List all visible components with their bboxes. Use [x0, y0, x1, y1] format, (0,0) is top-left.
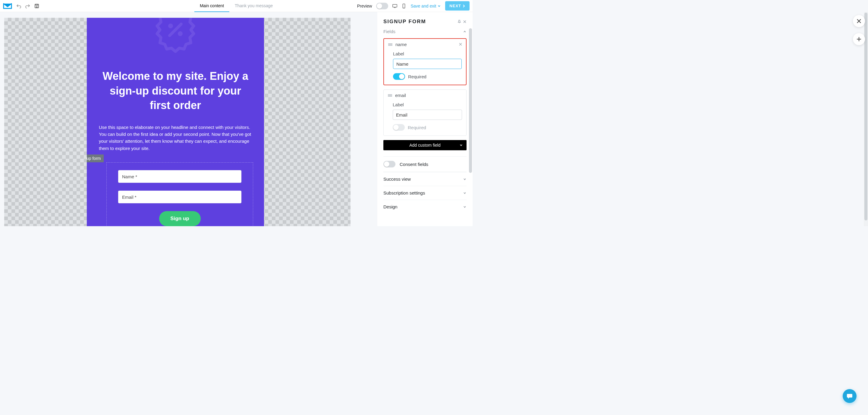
panel-body: Fields name Label Required	[377, 27, 472, 226]
preview-label: Preview	[357, 4, 372, 8]
email-field[interactable]	[118, 191, 241, 203]
field-email-key: email	[395, 93, 406, 98]
preview-toggle[interactable]	[376, 3, 388, 9]
chevron-down-icon	[459, 143, 463, 147]
chevron-down-icon	[463, 205, 467, 209]
field-name-required-row: Required	[393, 73, 462, 80]
workspace: Welcome to my site. Enjoy a sign-up disc…	[0, 12, 472, 226]
close-panel-icon[interactable]	[463, 20, 467, 24]
svg-point-7	[168, 24, 173, 28]
field-email-required-toggle[interactable]	[393, 124, 405, 131]
field-name-required-toggle[interactable]	[393, 73, 405, 80]
save-icon[interactable]	[34, 4, 39, 8]
svg-point-2	[36, 6, 37, 7]
consent-toggle[interactable]	[383, 161, 396, 167]
signup-form-tag: Signup form	[87, 154, 104, 162]
success-view-label: Success view	[383, 176, 411, 182]
field-name-required-label: Required	[408, 74, 427, 79]
save-and-exit-button[interactable]: Save and exit	[410, 4, 441, 8]
field-name-key: name	[396, 42, 407, 47]
signup-form-block[interactable]: Sign up	[106, 162, 253, 226]
settings-panel: SIGNUP FORM Fields name	[377, 12, 472, 226]
pin-icon[interactable]	[458, 20, 461, 24]
undo-icon[interactable]	[16, 4, 21, 8]
app-logo-icon[interactable]	[3, 3, 12, 9]
popup-content: Welcome to my site. Enjoy a sign-up disc…	[99, 69, 252, 152]
field-card-name[interactable]: name Label Required	[383, 38, 467, 85]
fields-section-header[interactable]: Fields	[383, 27, 467, 38]
subscription-label: Subscription settings	[383, 190, 425, 196]
chevron-down-icon	[463, 177, 467, 181]
consent-label: Consent fields	[400, 162, 428, 167]
field-name-header: name	[388, 42, 462, 49]
add-custom-field-button[interactable]: Add custom field	[383, 140, 467, 150]
remove-field-icon[interactable]	[459, 42, 462, 46]
svg-point-8	[178, 31, 183, 36]
redo-icon[interactable]	[25, 4, 30, 8]
field-name-label-input[interactable]	[393, 59, 462, 69]
design-label: Design	[383, 204, 398, 209]
tab-thank-you[interactable]: Thank you message	[229, 0, 278, 12]
signup-button[interactable]: Sign up	[159, 211, 201, 226]
svg-rect-3	[393, 4, 397, 7]
discount-badge-icon	[151, 18, 199, 54]
field-name-label-caption: Label	[393, 51, 462, 56]
field-email-header: email	[388, 93, 462, 100]
design-section[interactable]: Design	[383, 200, 467, 213]
panel-header-icons	[458, 20, 467, 24]
subscription-settings-section[interactable]: Subscription settings	[383, 186, 467, 200]
panel-header: SIGNUP FORM	[377, 12, 472, 27]
next-button[interactable]: NEXT	[445, 1, 470, 10]
name-field[interactable]	[118, 170, 241, 183]
tabs: Main content Thank you message	[194, 0, 278, 12]
chevron-down-icon	[463, 191, 467, 195]
desktop-view-icon[interactable]	[393, 4, 397, 8]
next-label: NEXT	[450, 4, 461, 8]
field-email-required-row: Required	[393, 124, 462, 131]
field-email-label-caption: Label	[393, 102, 462, 107]
panel-scrollbar[interactable]	[469, 28, 472, 221]
top-toolbar: Main content Thank you message Preview S…	[0, 0, 472, 12]
drag-handle-icon[interactable]	[388, 43, 393, 46]
editor-canvas[interactable]: Welcome to my site. Enjoy a sign-up disc…	[4, 18, 350, 226]
fields-label: Fields	[383, 29, 396, 34]
chevron-up-icon	[463, 30, 467, 33]
consent-fields-row: Consent fields	[383, 156, 467, 172]
svg-rect-0	[35, 4, 38, 8]
popup-description[interactable]: Use this space to elaborate on your head…	[99, 124, 252, 152]
save-exit-label: Save and exit	[410, 4, 436, 8]
drag-handle-icon[interactable]	[388, 94, 392, 97]
tab-main-content[interactable]: Main content	[194, 0, 229, 12]
popup-headline[interactable]: Welcome to my site. Enjoy a sign-up disc…	[99, 69, 252, 113]
canvas-area: Welcome to my site. Enjoy a sign-up disc…	[0, 12, 377, 226]
signup-popup[interactable]: Welcome to my site. Enjoy a sign-up disc…	[87, 18, 264, 226]
panel-title: SIGNUP FORM	[383, 19, 426, 25]
success-view-section[interactable]: Success view	[383, 172, 467, 186]
add-custom-label: Add custom field	[409, 143, 441, 147]
toolbar-left	[3, 3, 39, 9]
field-email-label-input[interactable]	[393, 110, 462, 120]
toolbar-right: Preview Save and exit NEXT	[357, 1, 470, 10]
field-email-required-label: Required	[408, 125, 426, 130]
mobile-view-icon[interactable]	[401, 4, 406, 8]
field-card-email[interactable]: email Label Required	[383, 90, 467, 136]
